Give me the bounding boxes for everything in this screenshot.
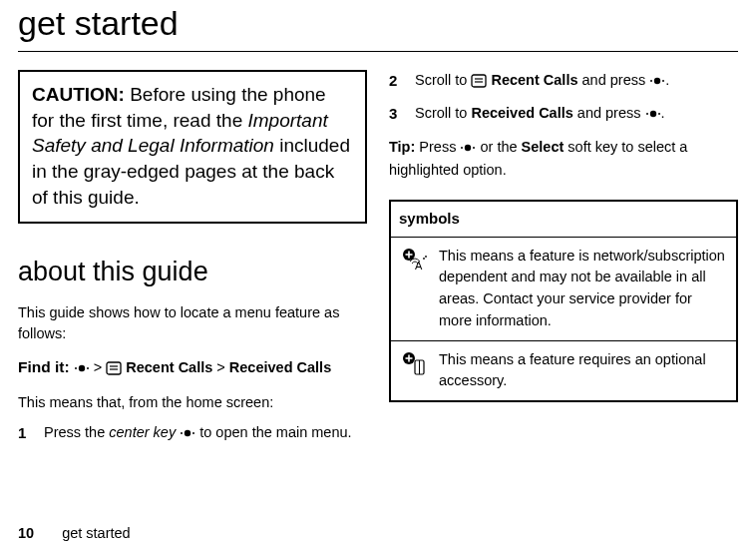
tip-b: or the (476, 139, 521, 155)
step-1: 1 Press the center key to open the main … (18, 422, 367, 446)
tip-lead: Tip: (389, 139, 415, 155)
svg-point-15 (649, 111, 655, 117)
caution-box: CAUTION: Before using the phone for the … (18, 70, 367, 224)
svg-point-19 (461, 147, 463, 149)
step-2-body: Scroll to Recent Calls and press . (415, 70, 738, 95)
tip-line: Tip: Press or the Select soft key to sel… (389, 137, 738, 183)
svg-point-0 (78, 365, 84, 371)
section-heading: about this guide (18, 252, 367, 292)
optional-accessory-icon (401, 349, 429, 377)
step3-a: Scroll to (415, 105, 471, 121)
content-columns: CAUTION: Before using the phone for the … (18, 70, 738, 445)
step2-a: Scroll to (415, 72, 471, 88)
step-3: 3 Scroll to Received Calls and press . (389, 103, 738, 127)
step-2: 2 Scroll to Recent Calls and press (389, 70, 738, 95)
svg-point-14 (662, 80, 664, 82)
svg-point-16 (646, 113, 648, 115)
page-footer: 10get started (18, 525, 131, 541)
svg-point-13 (650, 80, 652, 82)
page-title: get started (18, 0, 738, 52)
svg-rect-9 (472, 75, 486, 87)
step3-d: . (661, 105, 665, 121)
step2-c: and press (578, 72, 650, 88)
center-key-icon (74, 359, 90, 381)
symbols-table: symbols A This (389, 200, 738, 402)
page-number: 10 (18, 525, 34, 541)
svg-point-7 (181, 432, 183, 434)
sep-gt-2: > (216, 359, 229, 375)
step1-b: center key (109, 424, 180, 440)
symbols-header: symbols (391, 202, 736, 238)
svg-point-2 (87, 367, 89, 369)
step-3-number: 3 (389, 103, 415, 127)
step-3-body: Scroll to Received Calls and press . (415, 103, 738, 127)
left-column: CAUTION: Before using the phone for the … (18, 70, 367, 445)
path-recent-calls: Recent Calls (126, 359, 212, 375)
step1-c: to open the main menu. (195, 424, 351, 440)
svg-point-18 (465, 144, 471, 150)
path-received-calls: Received Calls (229, 359, 331, 375)
recent-calls-icon (106, 360, 122, 382)
footer-section: get started (62, 525, 131, 541)
intro-text: This guide shows how to locate a menu fe… (18, 302, 367, 346)
svg-point-6 (185, 430, 190, 436)
step2-b: Recent Calls (487, 72, 577, 88)
step3-c: and press (573, 105, 645, 121)
center-key-icon (180, 424, 195, 446)
page: get started CAUTION: Before using the ph… (0, 0, 756, 549)
step-1-body: Press the center key to open the main me… (44, 422, 367, 446)
tip-select: Select (522, 139, 565, 155)
explain-text: This means that, from the home screen: (18, 392, 367, 414)
step-1-number: 1 (18, 422, 44, 446)
symbols-text-network: This means a feature is network/subscrip… (439, 246, 726, 332)
svg-text:A: A (415, 260, 423, 272)
step2-d: . (665, 72, 669, 88)
caution-lead: CAUTION: (32, 84, 125, 105)
tip-a: Press (415, 139, 460, 155)
recent-calls-icon (471, 73, 487, 95)
center-key-icon (649, 72, 665, 94)
svg-rect-3 (107, 362, 121, 374)
step-2-number: 2 (389, 70, 415, 95)
symbols-row-accessory: This means a feature requires an optiona… (391, 340, 736, 401)
svg-point-17 (658, 113, 660, 115)
right-column: 2 Scroll to Recent Calls and press (389, 70, 738, 445)
step3-b: Received Calls (471, 105, 572, 121)
symbols-text-accessory: This means a feature requires an optiona… (439, 349, 726, 393)
find-it-line: Find it: > Recent Calls (18, 355, 367, 382)
network-dependent-icon: A (401, 246, 429, 274)
svg-point-1 (75, 367, 77, 369)
svg-point-12 (654, 78, 660, 84)
find-it-lead: Find it: (18, 358, 70, 375)
symbols-row-network: A This means a feature is network/subscr… (391, 238, 736, 340)
svg-point-8 (192, 432, 194, 434)
svg-point-25 (423, 258, 425, 260)
center-key-icon (645, 105, 661, 127)
svg-point-26 (425, 256, 427, 258)
center-key-icon (460, 139, 476, 161)
step1-a: Press the (44, 424, 109, 440)
sep-gt-1: > (94, 359, 107, 375)
